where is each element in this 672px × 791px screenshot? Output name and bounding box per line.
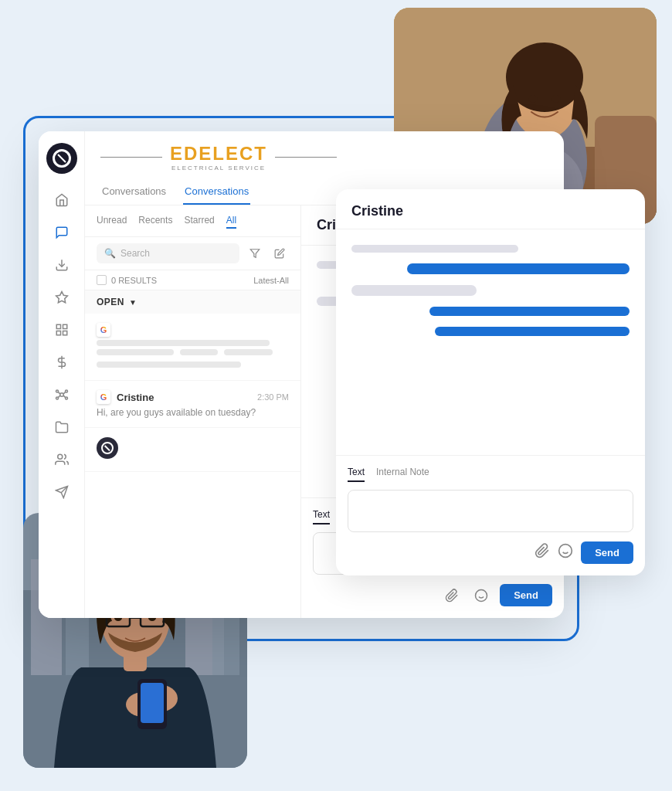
sender-name: Cristine	[117, 392, 154, 403]
right-panel-reply-actions: Send	[348, 541, 633, 564]
tab-conversations-2[interactable]: Conversations	[183, 179, 250, 205]
list-item[interactable]: G Cristine 2:30 PM Hi, are you guys avai…	[85, 381, 300, 428]
brand-row: EDELECT ELECTRICAL SERVICE	[100, 143, 548, 171]
conversations-panel: Unread Recents Starred All 🔍 Search	[85, 205, 301, 618]
list-item[interactable]: G	[85, 314, 300, 381]
scene: EDELECT ELECTRICAL SERVICE Conversations…	[0, 0, 672, 791]
message-bubble-blue	[435, 327, 630, 336]
reply-tab-text[interactable]: Text	[313, 506, 330, 525]
sidebar-item-home[interactable]	[48, 186, 76, 214]
message-bubble-blue	[429, 307, 630, 316]
svg-line-46	[58, 396, 59, 397]
sidebar-item-chat[interactable]	[48, 219, 76, 246]
section-open-label: OPEN	[97, 297, 124, 307]
svg-rect-31	[141, 683, 164, 723]
rp-emoji-icon[interactable]	[558, 543, 573, 562]
sub-tabs: Unread Recents Starred All	[85, 205, 300, 237]
rp-tab-text[interactable]: Text	[348, 463, 365, 482]
dark-brand-icon	[97, 437, 118, 459]
svg-point-42	[56, 397, 58, 399]
brand-subtitle: ELECTRICAL SERVICE	[170, 165, 267, 171]
skeleton-line	[224, 349, 272, 355]
list-item[interactable]	[85, 428, 300, 472]
sidebar-item-star[interactable]	[48, 283, 76, 311]
sidebar-item-grid[interactable]	[48, 316, 76, 344]
google-icon: G	[97, 390, 110, 404]
sidebar-item-folder[interactable]	[48, 413, 76, 441]
search-icon: 🔍	[104, 248, 116, 259]
filter-icon[interactable]	[246, 244, 264, 263]
sidebar-item-people[interactable]	[48, 446, 76, 474]
svg-rect-37	[56, 331, 60, 335]
search-row: 🔍 Search	[85, 237, 300, 270]
right-panel-header: Cristine	[336, 189, 645, 229]
results-count: 0 RESULTS	[111, 276, 157, 285]
tab-starred[interactable]: Starred	[184, 213, 214, 229]
emoji-icon[interactable]	[470, 585, 492, 606]
skeleton-line	[97, 362, 241, 368]
svg-point-41	[65, 390, 67, 392]
section-open: OPEN ▼	[85, 290, 300, 314]
section-arrow: ▼	[129, 298, 137, 307]
svg-point-39	[59, 393, 63, 397]
rp-tab-internal[interactable]: Internal Note	[376, 463, 429, 482]
message-skeleton	[351, 245, 518, 253]
right-panel-reply: Text Internal Note	[336, 455, 645, 575]
svg-rect-35	[63, 324, 66, 328]
brand-name: EDELECT	[170, 143, 267, 164]
compose-icon[interactable]	[270, 244, 289, 263]
search-actions	[246, 244, 289, 263]
reply-actions: Send	[313, 584, 552, 606]
sidebar-item-nodes[interactable]	[48, 381, 76, 409]
right-panel-reply-tabs: Text Internal Note	[348, 463, 633, 482]
svg-line-45	[63, 392, 65, 394]
svg-line-44	[58, 392, 59, 394]
search-placeholder[interactable]: Search	[120, 248, 150, 259]
svg-marker-51	[250, 250, 260, 258]
svg-point-43	[65, 397, 67, 399]
svg-point-11	[552, 95, 561, 103]
sidebar-item-download[interactable]	[48, 251, 76, 279]
svg-marker-33	[56, 292, 67, 303]
message-time: 2:30 PM	[257, 392, 289, 402]
right-panel-messages	[336, 229, 645, 455]
conversation-list: G	[85, 314, 300, 618]
sidebar-item-dollar[interactable]	[48, 348, 76, 376]
message-preview: Hi, are you guys available on tuesday?	[97, 407, 289, 418]
sidebar-logo	[46, 143, 77, 174]
svg-point-55	[559, 545, 572, 558]
results-checkbox[interactable]: 0 RESULTS	[97, 275, 157, 285]
sort-selector[interactable]: Latest-All	[253, 276, 289, 285]
rp-attachment-icon[interactable]	[535, 543, 550, 562]
message-bubble-blue	[407, 263, 630, 274]
svg-point-10	[528, 95, 538, 103]
tab-all[interactable]: All	[226, 213, 236, 229]
right-panel-send-button[interactable]: Send	[581, 541, 633, 564]
right-panel: Cristine Text Internal Note	[336, 189, 645, 575]
right-panel-contact-name: Cristine	[351, 203, 403, 219]
skeleton-line	[180, 349, 219, 355]
svg-rect-36	[63, 331, 66, 335]
skeleton-line	[97, 349, 174, 355]
svg-point-52	[476, 589, 487, 601]
svg-point-48	[57, 454, 62, 459]
google-icon: G	[97, 323, 110, 337]
skeleton-line	[97, 340, 270, 346]
message-bubble-gray	[351, 285, 477, 296]
attachment-icon[interactable]	[441, 585, 463, 606]
svg-point-40	[56, 390, 58, 392]
tab-recents[interactable]: Recents	[138, 213, 172, 229]
tab-unread[interactable]: Unread	[97, 213, 127, 229]
svg-rect-34	[56, 324, 60, 328]
checkbox[interactable]	[97, 275, 107, 285]
send-button[interactable]: Send	[500, 584, 552, 606]
svg-line-47	[63, 396, 65, 397]
search-box: 🔍 Search	[97, 243, 239, 263]
sidebar-item-send[interactable]	[48, 478, 76, 506]
tab-conversations-1[interactable]: Conversations	[100, 179, 168, 205]
filter-row: 0 RESULTS Latest-All	[85, 270, 300, 290]
sidebar	[39, 131, 85, 618]
right-panel-reply-input[interactable]	[348, 490, 633, 532]
